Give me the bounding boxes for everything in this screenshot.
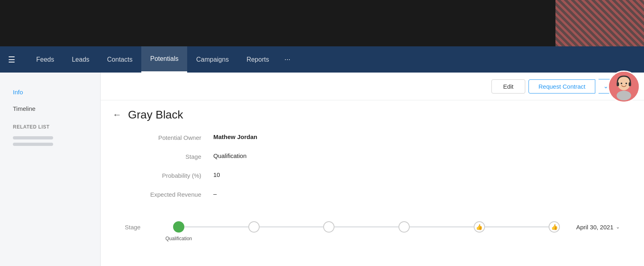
field-label-probability: Probability (%) <box>125 171 213 179</box>
sidebar-item-timeline[interactable]: Timeline <box>8 101 92 116</box>
avatar-svg <box>608 71 640 103</box>
stage-circle-3 <box>323 221 334 233</box>
diagonal-pattern <box>555 0 644 46</box>
fields-section: Potential Owner Mathew Jordan Stage Qual… <box>101 129 644 217</box>
sidebar-placeholder-2 <box>13 143 53 146</box>
stage-progress-bar: Qualification <box>173 221 560 233</box>
stage-circle-5: 👍 <box>474 221 485 233</box>
svg-rect-3 <box>629 82 631 86</box>
sidebar-placeholder-1 <box>13 136 53 139</box>
field-value-stage: Qualification <box>213 152 247 159</box>
stage-circle-2-wrap <box>248 221 260 233</box>
stage-line-2 <box>260 227 324 227</box>
stage-circle-1 <box>173 221 184 233</box>
nav-item-reports[interactable]: Reports <box>237 46 278 73</box>
sidebar: Info Timeline RELATED LIST <box>0 73 101 266</box>
nav-item-contacts[interactable]: Contacts <box>98 46 141 73</box>
stage-circle-6: 👍 <box>549 221 560 233</box>
stage-circle-1-wrap: Qualification <box>173 221 184 233</box>
stage-line-4 <box>410 227 474 227</box>
edit-button[interactable]: Edit <box>491 79 525 94</box>
toolbar: Edit Request Contract ⌄ ··· <box>101 73 644 100</box>
stage-progress-section: Stage Qualification <box>101 217 644 237</box>
field-value-revenue: – <box>213 190 217 197</box>
stage-progress-label: Stage <box>125 224 165 231</box>
nav-item-leads[interactable]: Leads <box>63 46 98 73</box>
nav-item-potentials[interactable]: Potentials <box>141 46 187 73</box>
stage-date-chevron-icon[interactable]: ⌄ <box>616 224 620 230</box>
request-contract-button[interactable]: Request Contract <box>528 79 596 94</box>
record-header: ← Gray Black <box>101 100 644 129</box>
field-row-revenue: Expected Revenue – <box>125 190 620 198</box>
nav-item-campaigns[interactable]: Campaigns <box>187 46 237 73</box>
avatar-image <box>608 71 640 103</box>
back-arrow-icon[interactable]: ← <box>113 110 122 120</box>
stage-circle-4-wrap <box>398 221 410 233</box>
top-black-bar <box>0 0 644 46</box>
main-panel: Edit Request Contract ⌄ ··· ← Gray Black… <box>101 73 644 266</box>
sidebar-related-list-label: RELATED LIST <box>8 118 92 133</box>
sidebar-item-info[interactable]: Info <box>8 85 92 100</box>
svg-point-5 <box>621 83 622 84</box>
record-title: Gray Black <box>128 108 183 121</box>
svg-rect-2 <box>617 82 619 86</box>
hamburger-menu-icon[interactable]: ☰ <box>8 55 15 64</box>
field-label-stage: Stage <box>125 152 213 160</box>
stage-line-5 <box>485 227 549 227</box>
field-row-probability: Probability (%) 10 <box>125 171 620 179</box>
svg-point-1 <box>617 77 630 90</box>
svg-point-4 <box>617 91 631 100</box>
field-value-probability: 10 <box>213 171 220 178</box>
nav-item-feeds[interactable]: Feeds <box>27 46 63 73</box>
field-row-stage: Stage Qualification <box>125 152 620 160</box>
stage-line-1 <box>184 227 248 227</box>
svg-point-6 <box>625 83 627 84</box>
stage-circle-3-wrap <box>323 221 334 233</box>
field-value-owner: Mathew Jordan <box>213 133 257 140</box>
stage-circle-6-wrap: 👍 <box>549 221 560 233</box>
content-area: Info Timeline RELATED LIST Edit Request … <box>0 73 644 266</box>
field-label-revenue: Expected Revenue <box>125 190 213 198</box>
stage-date: April 30, 2021 ⌄ <box>576 224 620 231</box>
stage-circle-2 <box>248 221 260 233</box>
stage-date-text: April 30, 2021 <box>576 224 613 231</box>
navbar: ☰ Feeds Leads Contacts Potentials Campai… <box>0 46 644 73</box>
stage-circle-1-label: Qualification <box>165 236 192 241</box>
stage-circle-5-wrap: 👍 <box>474 221 485 233</box>
nav-more-icon[interactable]: ··· <box>278 55 297 64</box>
field-row-owner: Potential Owner Mathew Jordan <box>125 133 620 141</box>
stage-line-3 <box>334 227 398 227</box>
stage-circle-4 <box>398 221 410 233</box>
field-label-owner: Potential Owner <box>125 133 213 141</box>
avatar <box>608 71 640 103</box>
